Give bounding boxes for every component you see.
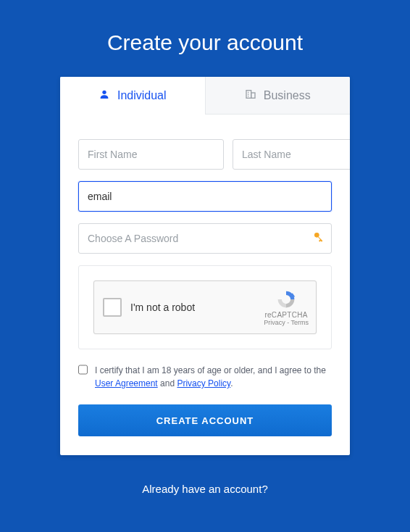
captcha-label: I'm not a robot [130, 302, 195, 313]
account-type-tabs: Individual Business [60, 77, 350, 115]
key-icon [313, 231, 325, 246]
svg-rect-2 [251, 93, 254, 98]
signup-form: I'm not a robot reCAPTCHA [60, 115, 350, 455]
certify-row[interactable]: I certify that I am 18 years of age or o… [78, 364, 332, 390]
person-icon [99, 88, 110, 103]
privacy-policy-link[interactable]: Privacy Policy [177, 378, 230, 388]
last-name-input[interactable] [233, 139, 350, 170]
signup-card: Individual Business [60, 77, 350, 455]
recaptcha-widget[interactable]: I'm not a robot reCAPTCHA [93, 280, 317, 334]
recaptcha-links: Privacy - Terms [264, 319, 309, 326]
recaptcha-word: reCAPTCHA [264, 311, 309, 319]
captcha-checkbox[interactable] [103, 298, 122, 317]
certify-checkbox[interactable] [78, 365, 88, 375]
building-icon [245, 88, 256, 103]
password-input[interactable] [78, 223, 332, 254]
create-account-button[interactable]: CREATE ACCOUNT [78, 404, 332, 436]
tab-business[interactable]: Business [205, 77, 351, 115]
tab-business-label: Business [264, 89, 311, 102]
captcha-brand: reCAPTCHA Privacy - Terms [264, 289, 309, 326]
user-agreement-link[interactable]: User Agreement [95, 378, 158, 388]
already-have-account-link[interactable]: Already have an account? [0, 455, 410, 523]
captcha-container: I'm not a robot reCAPTCHA [78, 265, 332, 349]
recaptcha-icon [264, 289, 309, 309]
svg-point-0 [102, 91, 106, 94]
certify-text: I certify that I am 18 years of age or o… [95, 364, 332, 390]
tab-individual-label: Individual [117, 89, 167, 102]
page-title: Create your account [0, 0, 410, 77]
email-input[interactable] [78, 181, 332, 212]
tab-individual[interactable]: Individual [60, 77, 205, 115]
first-name-input[interactable] [78, 139, 224, 170]
